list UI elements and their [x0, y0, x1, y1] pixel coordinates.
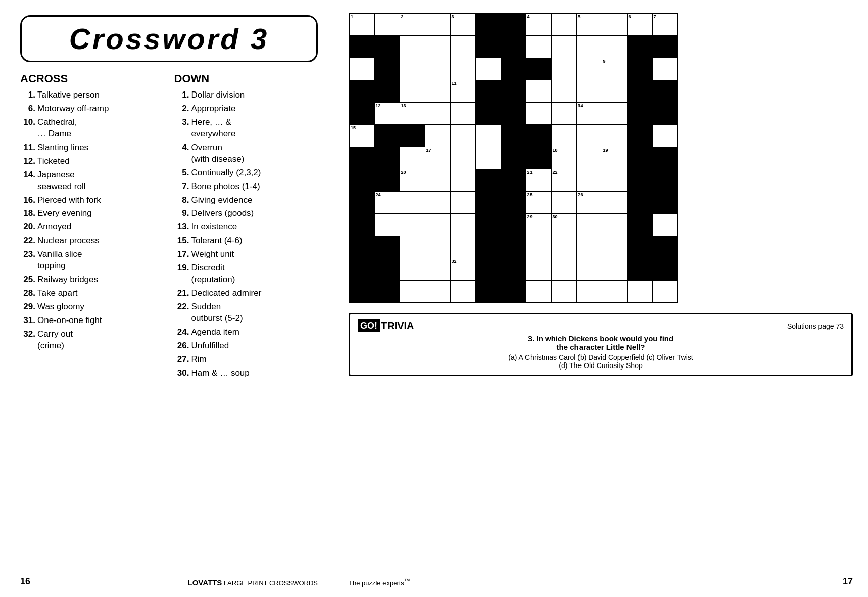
grid-cell[interactable] [576, 80, 602, 102]
grid-cell[interactable] [652, 58, 678, 80]
grid-cell[interactable]: 9 [602, 58, 627, 80]
grid-cell[interactable]: 4 [526, 13, 551, 35]
grid-cell[interactable] [551, 102, 576, 124]
grid-cell[interactable] [349, 58, 374, 80]
grid-cell[interactable] [551, 35, 576, 58]
grid-cell[interactable] [576, 258, 602, 280]
grid-cell[interactable] [526, 236, 551, 258]
grid-cell[interactable]: 24 [374, 191, 400, 213]
grid-cell[interactable] [551, 236, 576, 258]
grid-cell[interactable] [602, 258, 627, 280]
grid-cell[interactable] [602, 35, 627, 58]
grid-cell[interactable] [450, 280, 475, 302]
grid-cell[interactable] [602, 236, 627, 258]
grid-cell[interactable] [602, 169, 627, 191]
grid-cell[interactable] [450, 169, 475, 191]
grid-cell[interactable] [450, 124, 475, 147]
grid-cell[interactable] [400, 35, 425, 58]
grid-cell[interactable]: 22 [551, 169, 576, 191]
grid-cell[interactable] [526, 102, 551, 124]
grid-cell[interactable] [450, 213, 475, 236]
grid-cell[interactable] [425, 35, 450, 58]
grid-cell[interactable] [602, 124, 627, 147]
grid-cell[interactable] [450, 35, 475, 58]
grid-cell[interactable] [425, 13, 450, 35]
grid-cell[interactable]: 12 [374, 102, 400, 124]
grid-cell[interactable] [374, 213, 400, 236]
grid-cell[interactable] [627, 280, 652, 302]
grid-cell[interactable] [551, 13, 576, 35]
grid-cell[interactable]: 17 [425, 147, 450, 169]
grid-cell[interactable]: 21 [526, 169, 551, 191]
grid-cell[interactable]: 15 [349, 124, 374, 147]
grid-cell[interactable]: 3 [450, 13, 475, 35]
grid-cell[interactable] [602, 102, 627, 124]
grid-cell[interactable]: 20 [400, 169, 425, 191]
grid-cell[interactable] [450, 102, 475, 124]
grid-cell[interactable] [576, 58, 602, 80]
grid-cell[interactable] [425, 102, 450, 124]
grid-cell[interactable]: 7 [652, 13, 678, 35]
grid-cell[interactable]: 30 [551, 213, 576, 236]
grid-cell[interactable] [576, 280, 602, 302]
grid-cell[interactable] [551, 191, 576, 213]
grid-cell[interactable] [400, 258, 425, 280]
grid-cell[interactable] [475, 58, 501, 80]
grid-cell[interactable] [526, 35, 551, 58]
grid-cell[interactable] [400, 80, 425, 102]
grid-cell[interactable] [450, 147, 475, 169]
grid-cell[interactable] [425, 191, 450, 213]
grid-cell[interactable] [400, 147, 425, 169]
grid-cell[interactable] [551, 280, 576, 302]
grid-cell[interactable] [450, 236, 475, 258]
grid-cell[interactable]: 2 [400, 13, 425, 35]
grid-cell[interactable] [425, 280, 450, 302]
grid-cell[interactable] [602, 13, 627, 35]
grid-cell[interactable] [374, 13, 400, 35]
grid-cell[interactable] [425, 58, 450, 80]
grid-cell[interactable] [576, 236, 602, 258]
grid-cell[interactable]: 32 [450, 258, 475, 280]
grid-cell[interactable]: 25 [526, 191, 551, 213]
grid-cell[interactable] [400, 191, 425, 213]
grid-cell[interactable]: 6 [627, 13, 652, 35]
grid-cell[interactable] [425, 258, 450, 280]
grid-cell[interactable] [475, 147, 501, 169]
grid-cell[interactable]: 13 [400, 102, 425, 124]
grid-cell[interactable] [425, 80, 450, 102]
grid-cell[interactable] [526, 258, 551, 280]
grid-cell[interactable]: 26 [576, 191, 602, 213]
grid-cell[interactable] [450, 58, 475, 80]
grid-cell[interactable]: 1 [349, 13, 374, 35]
grid-cell[interactable] [576, 213, 602, 236]
grid-cell[interactable] [425, 169, 450, 191]
grid-cell[interactable] [602, 280, 627, 302]
grid-cell[interactable] [475, 124, 501, 147]
grid-cell[interactable] [602, 80, 627, 102]
grid-cell[interactable] [400, 236, 425, 258]
grid-cell[interactable] [425, 236, 450, 258]
grid-cell[interactable] [576, 147, 602, 169]
grid-cell[interactable] [652, 213, 678, 236]
grid-cell[interactable] [551, 258, 576, 280]
grid-cell[interactable] [576, 169, 602, 191]
grid-cell[interactable] [652, 280, 678, 302]
grid-cell[interactable]: 18 [551, 147, 576, 169]
grid-cell[interactable] [526, 280, 551, 302]
grid-cell[interactable]: 11 [450, 80, 475, 102]
grid-cell[interactable] [551, 124, 576, 147]
grid-cell[interactable]: 5 [576, 13, 602, 35]
grid-cell[interactable] [400, 58, 425, 80]
grid-cell[interactable] [450, 191, 475, 213]
grid-cell[interactable] [576, 35, 602, 58]
grid-cell[interactable] [425, 213, 450, 236]
grid-cell[interactable]: 19 [602, 147, 627, 169]
grid-cell[interactable] [652, 124, 678, 147]
grid-cell[interactable] [400, 213, 425, 236]
grid-cell[interactable]: 29 [526, 213, 551, 236]
grid-cell[interactable]: 14 [576, 102, 602, 124]
grid-cell[interactable] [551, 58, 576, 80]
grid-cell[interactable] [400, 280, 425, 302]
grid-cell[interactable] [425, 124, 450, 147]
grid-cell[interactable] [576, 124, 602, 147]
